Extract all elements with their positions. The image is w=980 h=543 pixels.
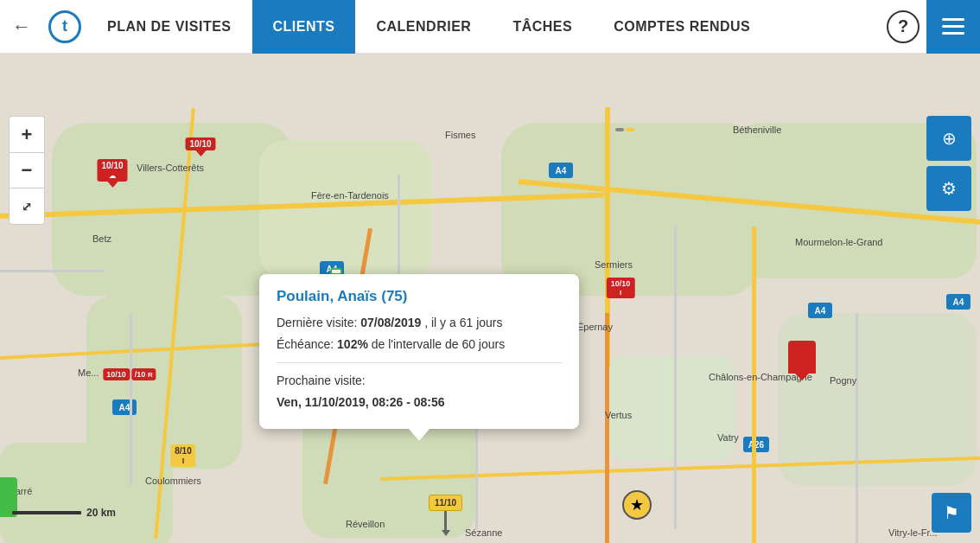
pin-stem (444, 511, 447, 530)
road-local-4 (674, 227, 677, 529)
client-popup: Poulain, Anaïs (75) Dernière visite: 07/… (259, 274, 579, 429)
road-local-6 (856, 313, 858, 543)
menu-bar-2 (942, 25, 964, 28)
locate-button[interactable]: ⊕ (926, 116, 971, 161)
pin-red-label: 10/10☁ (97, 159, 127, 182)
map-container[interactable]: A4 A4 A4 A4 A4 A26 Fismes Bétheniville V… (0, 54, 980, 543)
pin-point (442, 530, 450, 536)
scale-line (12, 511, 81, 514)
map-controls-right: ⊕ ⚙ (926, 116, 971, 211)
locate-icon: ⊕ (942, 128, 957, 149)
pin-yellow-r (626, 128, 634, 131)
fullscreen-button[interactable]: ⤢ (9, 188, 45, 225)
pin-tall-label: 11/10 (429, 495, 462, 511)
location-bottom-button[interactable]: ⚑ (932, 493, 971, 533)
settings-icon: ⚙ (941, 178, 957, 199)
pin-red-sermiers[interactable]: 10/10I (607, 278, 635, 298)
a4-sign-5: A4 (946, 294, 970, 310)
settings-button[interactable]: ⚙ (926, 166, 971, 211)
pin-red-cloud[interactable]: 10/10☁ (97, 159, 127, 182)
popup-divider (277, 362, 562, 363)
pin-red-r-label: /10 R (131, 368, 156, 380)
menu-bar-1 (942, 18, 964, 21)
menu-bar-3 (942, 32, 964, 35)
navigation: PLAN DE VISITES CLIENTS CALENDRIER TÂCHE… (86, 0, 880, 53)
pin-red-chalons[interactable] (788, 341, 816, 374)
nav-item-taches[interactable]: TÂCHES (492, 0, 593, 54)
a4-sign-4: A4 (808, 303, 832, 318)
pin-star-marker[interactable]: ★ (622, 490, 652, 520)
map-controls-left: + − ⤢ (9, 116, 45, 225)
a26-sign: A26 (743, 437, 769, 452)
logo: t (43, 0, 86, 54)
nav-item-plan-visites[interactable]: PLAN DE VISITES (86, 0, 252, 54)
zoom-in-button[interactable]: + (9, 116, 45, 152)
header: ← t PLAN DE VISITES CLIENTS CALENDRIER T… (0, 0, 980, 54)
popup-arrow (409, 429, 430, 441)
pin-cluster-meaux[interactable]: 10/10 /10 R (103, 368, 156, 380)
logo-letter: t (62, 17, 67, 35)
pin-red-sermiers-label: 10/10I (607, 278, 635, 298)
terrain-green-2 (259, 140, 432, 278)
terrain-green-7 (605, 356, 735, 460)
a4-sign-3: A4 (112, 399, 137, 415)
popup-next-visit-label: Prochaine visite: (277, 372, 562, 390)
nav-item-calendrier[interactable]: CALENDRIER (355, 0, 492, 54)
terrain-green-3 (501, 123, 760, 296)
popup-client-name: Poulain, Anaïs (75) (277, 288, 562, 305)
pin-yellow-coulommiers-label: 8/10I (170, 444, 195, 467)
road-local-7 (0, 270, 104, 272)
road-v4 (752, 227, 756, 543)
logo-circle: t (48, 10, 81, 43)
pin-gray-r1 (615, 128, 624, 131)
pin-yellow-coulommiers[interactable]: 8/10I (170, 444, 195, 467)
menu-button[interactable] (926, 0, 980, 54)
pin-cluster-reims[interactable] (615, 128, 634, 131)
star-icon: ★ (622, 490, 652, 520)
popup-last-visit: Dernière visite: 07/08/2019 , il y a 61 … (277, 314, 562, 332)
help-button[interactable]: ? (880, 0, 926, 54)
popup-echeance: Échéance: 102% de l'intervalle de 60 jou… (277, 335, 562, 354)
pin-red-top-center[interactable]: 10/10 (185, 137, 215, 150)
expand-icon: ⤢ (22, 200, 32, 214)
popup-next-visit-date: Ven, 11/10/2019, 08:26 - 08:56 (277, 393, 562, 412)
pin-tall-yellow-reveillon[interactable]: 11/10 (429, 495, 462, 536)
nav-item-clients[interactable]: CLIENTS (252, 0, 356, 54)
pin-red-meaux-label: 10/10 (103, 368, 130, 380)
terrain-green-5 (0, 443, 173, 543)
nav-item-comptes-rendus[interactable]: COMPTES RENDUS (593, 0, 771, 54)
road-local-1 (130, 313, 132, 486)
road-v5 (605, 313, 609, 543)
scale-bar: 20 km (12, 507, 116, 519)
location-icon: ⚑ (944, 502, 959, 523)
zoom-out-button[interactable]: − (9, 152, 45, 188)
back-button[interactable]: ← (0, 0, 43, 54)
pin-red-top-center-label: 10/10 (185, 137, 215, 150)
pin-red-chalons-flag (788, 341, 816, 374)
scale-label: 20 km (86, 507, 116, 519)
a4-sign-1: A4 (549, 163, 573, 178)
help-icon: ? (887, 10, 920, 43)
